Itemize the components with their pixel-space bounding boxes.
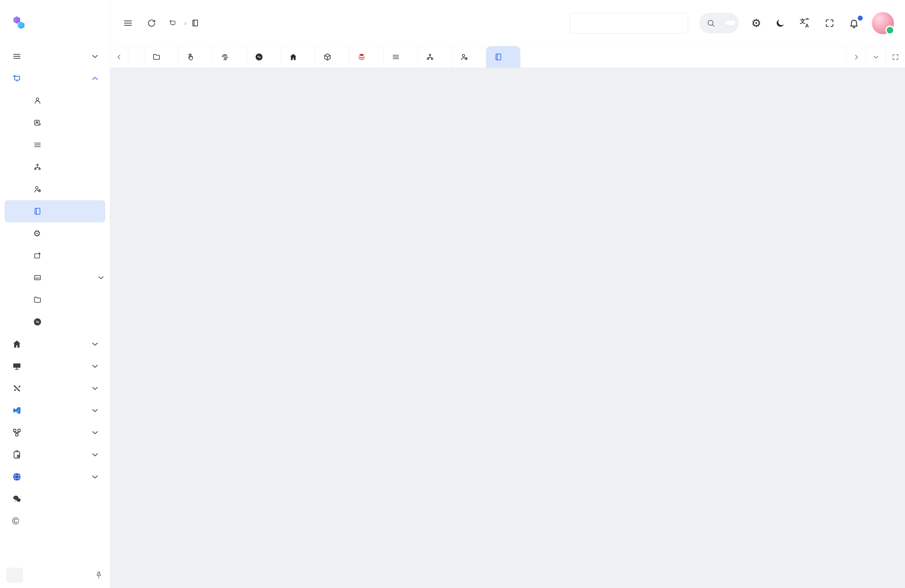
tab-partial-close[interactable] xyxy=(128,46,144,68)
sidebar-collapse-button[interactable] xyxy=(6,567,23,583)
dict-data-panel xyxy=(511,77,894,582)
sidebar-subitem-3[interactable] xyxy=(5,156,105,178)
chevron-down-icon xyxy=(90,52,100,61)
expand-icon xyxy=(892,53,899,61)
book-icon xyxy=(33,207,42,216)
sidebar-item-1[interactable] xyxy=(0,67,110,89)
id-card-icon xyxy=(33,118,42,127)
globe-icon xyxy=(12,472,22,482)
home-icon xyxy=(12,339,22,349)
monitor-window-icon xyxy=(168,19,177,27)
settings-gear-icon[interactable]: ⚙ xyxy=(750,16,763,30)
chevron-down-icon xyxy=(90,428,100,437)
chevron-down-icon xyxy=(90,450,100,459)
topbar-left: › xyxy=(121,17,202,29)
refresh-icon[interactable] xyxy=(145,18,158,28)
tab-7[interactable] xyxy=(384,46,418,68)
sidebar-subitem-7[interactable] xyxy=(5,245,105,267)
menu-lines-icon xyxy=(392,53,400,61)
hand-click-icon xyxy=(187,53,195,61)
dark-mode-moon-icon[interactable] xyxy=(774,18,787,29)
sidebar-subitem-10[interactable] xyxy=(5,311,105,333)
menu-lines-icon xyxy=(33,141,42,149)
tab-0[interactable] xyxy=(144,46,178,68)
translate-icon[interactable]: 文A xyxy=(798,17,812,29)
breadcrumb-separator: › xyxy=(184,19,187,27)
sidebar-subitem-2[interactable] xyxy=(5,134,105,156)
sidebar-item-5[interactable] xyxy=(0,399,110,421)
book-icon xyxy=(494,53,503,61)
tab-4[interactable] xyxy=(281,46,315,68)
sidebar-item-10[interactable]: © xyxy=(0,510,110,532)
link-circle-icon xyxy=(33,318,42,326)
sidebar-item-4[interactable] xyxy=(0,377,110,399)
user-avatar[interactable] xyxy=(872,12,894,34)
pin-icon[interactable] xyxy=(94,571,103,580)
link-circle-icon xyxy=(255,53,263,61)
redis-icon xyxy=(357,53,366,61)
hamburger-menu-icon[interactable] xyxy=(121,17,135,29)
sidebar-item-2[interactable] xyxy=(0,333,110,355)
topbar-right: ⚙ 文A xyxy=(570,12,894,34)
display-icon xyxy=(12,361,22,371)
dict-type-panel xyxy=(120,77,503,582)
tab-1[interactable] xyxy=(178,46,213,68)
breadcrumb-item[interactable] xyxy=(168,19,180,27)
sidebar-nav: ⚙DEV© xyxy=(0,45,110,566)
tab-10[interactable] xyxy=(486,46,520,68)
tabs-scroll-right-button[interactable] xyxy=(846,46,866,68)
sidebar-item-9[interactable] xyxy=(0,488,110,510)
monitor-window-icon xyxy=(12,74,22,83)
sidebar-item-8[interactable] xyxy=(0,466,110,488)
book-icon xyxy=(191,19,199,27)
chevron-right-icon xyxy=(853,53,860,61)
sidebar-item-3[interactable] xyxy=(0,355,110,377)
sidebar-subitem-8[interactable]: DEV xyxy=(5,267,105,289)
menu-lines-icon xyxy=(12,52,22,61)
logo-icon xyxy=(11,14,27,31)
task-clipboard-icon xyxy=(12,450,22,459)
breadcrumb-item[interactable] xyxy=(191,19,202,27)
logo[interactable] xyxy=(0,0,110,45)
fingerprint-icon xyxy=(221,53,229,61)
notification-bell-icon[interactable] xyxy=(847,17,861,29)
workflow-icon xyxy=(12,428,22,437)
sidebar-item-6[interactable] xyxy=(0,421,110,443)
tabs-scroll-left-button[interactable] xyxy=(110,46,128,68)
gear-icon: ⚙ xyxy=(33,229,41,238)
fullscreen-icon[interactable] xyxy=(823,18,836,29)
org-tree-icon xyxy=(426,53,434,61)
chevron-down-icon xyxy=(90,406,100,415)
tab-8[interactable] xyxy=(418,46,452,68)
sidebar-subitem-1[interactable] xyxy=(5,112,105,134)
sidebar-item-0[interactable] xyxy=(0,45,110,67)
sidebar-subitem-9[interactable] xyxy=(5,289,105,311)
chevron-down-icon xyxy=(90,383,100,393)
home-icon xyxy=(289,53,297,61)
chevron-up-icon xyxy=(90,74,100,83)
search-shortcut-badge xyxy=(725,21,735,25)
folder-icon xyxy=(152,53,160,61)
global-search-button[interactable] xyxy=(699,13,739,33)
svg-text:DEV: DEV xyxy=(35,277,40,280)
svg-text:文: 文 xyxy=(800,18,806,24)
tabs-dropdown-button[interactable] xyxy=(866,46,885,68)
tab-9[interactable] xyxy=(452,46,486,68)
notice-icon xyxy=(33,251,42,260)
tab-5[interactable] xyxy=(315,46,349,68)
tab-2[interactable] xyxy=(213,46,247,68)
topbar: › ⚙ 文A xyxy=(110,0,905,46)
notification-dot xyxy=(858,16,863,21)
tabs-maximize-button[interactable] xyxy=(885,46,905,68)
chevron-down-icon xyxy=(90,361,100,371)
tab-3[interactable] xyxy=(247,46,281,68)
tenant-select-input[interactable] xyxy=(570,13,688,33)
sidebar-item-7[interactable] xyxy=(0,443,110,466)
sidebar-subitem-0[interactable] xyxy=(5,89,105,112)
sidebar-subitem-5[interactable] xyxy=(5,200,105,222)
chevron-down-icon xyxy=(872,53,880,61)
sidebar-subitem-6[interactable]: ⚙ xyxy=(5,222,105,245)
tab-6[interactable] xyxy=(349,46,384,68)
sidebar-subitem-4[interactable] xyxy=(5,178,105,200)
sidebar-footer xyxy=(0,566,110,588)
